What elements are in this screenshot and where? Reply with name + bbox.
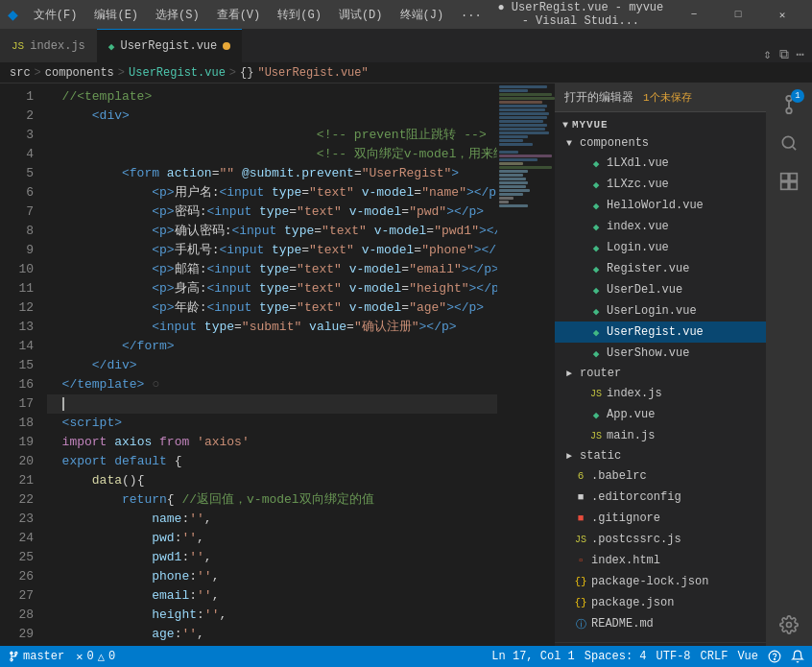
mini-line	[499, 128, 545, 131]
project-name: MYVUE	[572, 119, 608, 131]
unsaved-count: 1个未保存	[643, 90, 692, 105]
code-line-23: name:'',	[47, 510, 497, 529]
more-actions-button[interactable]: ⋯	[797, 46, 804, 62]
minimize-button[interactable]: −	[672, 0, 716, 29]
menu-bar[interactable]: 文件(F) 编辑(E) 选择(S) 查看(V) 转到(G) 调试(D) 终端(J…	[26, 5, 490, 25]
file-label: .gitignore	[591, 512, 660, 525]
file-app-vue[interactable]: ◆ App.vue	[555, 404, 766, 425]
menu-edit[interactable]: 编辑(E)	[86, 5, 146, 25]
breadcrumb-components[interactable]: components	[45, 66, 114, 80]
breadcrumb-src[interactable]: src	[10, 66, 31, 80]
breadcrumb-scope[interactable]: {}	[240, 66, 253, 80]
mini-line	[499, 158, 537, 161]
line-num-19: 19	[0, 433, 34, 452]
breadcrumb-name[interactable]: "UserRegist.vue"	[257, 66, 368, 80]
file-label: index.html	[591, 554, 660, 567]
menu-more[interactable]: ...	[453, 5, 490, 25]
line-ending[interactable]: CRLF	[701, 650, 728, 663]
mini-line	[499, 204, 528, 207]
file-login-vue[interactable]: ◆ Login.vue	[555, 237, 766, 258]
router-folder[interactable]: ► router	[555, 364, 766, 383]
file-index-vue[interactable]: ◆ index.vue	[555, 216, 766, 237]
file-1lxzc-vue[interactable]: ◆ 1LXzc.vue	[555, 174, 766, 195]
svg-point-2	[782, 136, 794, 148]
file-register-vue[interactable]: ◆ Register.vue	[555, 258, 766, 279]
menu-view[interactable]: 查看(V)	[209, 5, 269, 25]
file-babelrc[interactable]: 6 .babelrc	[555, 465, 766, 487]
source-control-button[interactable]: 1	[772, 87, 806, 122]
line-num-6: 6	[0, 183, 34, 202]
extensions-button[interactable]	[772, 164, 806, 199]
language-mode[interactable]: Vue	[737, 650, 758, 663]
file-main-js[interactable]: JS main.js	[555, 425, 766, 446]
menu-terminal[interactable]: 终端(J)	[393, 5, 452, 25]
file-label: package-lock.json	[591, 575, 708, 588]
file-package-json[interactable]: {} package.json	[555, 592, 766, 613]
tab-user-regist[interactable]: ◆ UserRegist.vue	[97, 29, 242, 62]
file-tree-container[interactable]: ▼ MYVUE ▼ components ◆ 1LXdl.vue ◆ 1LXzc…	[555, 112, 766, 646]
mini-line	[499, 170, 528, 173]
settings-button[interactable]	[772, 607, 806, 642]
window-controls[interactable]: − □ ✕	[672, 0, 804, 29]
menu-debug[interactable]: 调试(D)	[331, 5, 391, 25]
menu-select[interactable]: 选择(S)	[148, 5, 207, 25]
project-chevron: ▼	[562, 120, 568, 131]
code-area[interactable]: //<template> <div> <!-- prevent阻止跳转 --> …	[43, 83, 497, 646]
code-line-21: data(){	[47, 471, 497, 490]
file-userdel-vue[interactable]: ◆ UserDel.vue	[555, 279, 766, 300]
layout-button[interactable]: ⧉	[779, 47, 789, 62]
open-editors-header[interactable]: 打开的编辑器 1个未保存	[555, 83, 766, 112]
file-1lxdl-vue[interactable]: ◆ 1LXdl.vue	[555, 153, 766, 174]
git-icon: ■	[574, 512, 587, 524]
feedback-icon	[768, 650, 781, 663]
file-userlogin-vue[interactable]: ◆ UserLogin.vue	[555, 300, 766, 322]
feedback-button[interactable]	[768, 650, 781, 663]
file-gitignore[interactable]: ■ .gitignore	[555, 508, 766, 529]
components-folder[interactable]: ▼ components	[555, 133, 766, 153]
error-count[interactable]: ✕ 0 △ 0	[76, 650, 115, 664]
file-router-index-js[interactable]: JS index.js	[555, 383, 766, 404]
tab-index-js[interactable]: JS index.js	[0, 29, 97, 62]
line-num-23: 23	[0, 510, 34, 529]
line-col[interactable]: Ln 17, Col 1	[491, 650, 574, 663]
tab-label-index-js: index.js	[30, 39, 85, 53]
search-button[interactable]	[772, 126, 806, 160]
file-postcssrc-js[interactable]: JS .postcssrc.js	[555, 529, 766, 550]
mini-line	[499, 193, 523, 196]
file-index-html[interactable]: ▫ index.html	[555, 550, 766, 571]
breadcrumb-file[interactable]: UserRegist.vue	[129, 66, 226, 80]
menu-goto[interactable]: 转到(G)	[270, 5, 329, 25]
file-userregist-vue[interactable]: ◆ UserRegist.vue	[555, 322, 766, 343]
file-editorconfig[interactable]: ■ .editorconfig	[555, 487, 766, 508]
encoding[interactable]: UTF-8	[657, 650, 691, 663]
file-readme-md[interactable]: ⓘ README.md	[555, 613, 766, 634]
language-label: Vue	[737, 650, 758, 663]
line-num-28: 28	[0, 606, 34, 625]
static-folder[interactable]: ► static	[555, 446, 766, 465]
code-line-3: <!-- prevent阻止跳转 -->	[47, 126, 497, 145]
split-editor-button[interactable]: ⇕	[763, 46, 771, 62]
project-section: ▼ MYVUE ▼ components ◆ 1LXdl.vue ◆ 1LXzc…	[555, 112, 766, 638]
file-package-lock-json[interactable]: {} package-lock.json	[555, 571, 766, 592]
close-button[interactable]: ✕	[760, 0, 804, 29]
spaces-label: Spaces: 4	[585, 650, 647, 663]
notification-bell[interactable]	[791, 650, 804, 663]
file-usershow-vue[interactable]: ◆ UserShow.vue	[555, 343, 766, 364]
git-branch[interactable]: master	[8, 650, 64, 663]
spaces[interactable]: Spaces: 4	[585, 650, 647, 663]
menu-file[interactable]: 文件(F)	[26, 5, 85, 25]
mini-line	[499, 197, 513, 200]
code-line-4: <!-- 双向绑定v-model，用来绑定后端 --	[47, 145, 497, 164]
minimap	[497, 83, 555, 646]
line-num-14: 14	[0, 337, 34, 356]
code-line-10: <p>邮箱:<input type="text" v-model="email"…	[47, 260, 497, 279]
breadcrumb-sep1: >	[35, 66, 41, 80]
mini-line	[499, 189, 530, 192]
router-chevron: ►	[566, 369, 572, 379]
maximize-button[interactable]: □	[716, 0, 760, 29]
file-helloworld-vue[interactable]: ◆ HelloWorld.vue	[555, 195, 766, 216]
editor: 1 2 3 4 5 6 7 8 9 10 11 12 13 14 15 16 1…	[0, 83, 555, 646]
project-header[interactable]: ▼ MYVUE	[555, 116, 766, 133]
title-bar: ◆ 文件(F) 编辑(E) 选择(S) 查看(V) 转到(G) 调试(D) 终端…	[0, 0, 812, 29]
code-line-14: </form>	[47, 337, 497, 356]
